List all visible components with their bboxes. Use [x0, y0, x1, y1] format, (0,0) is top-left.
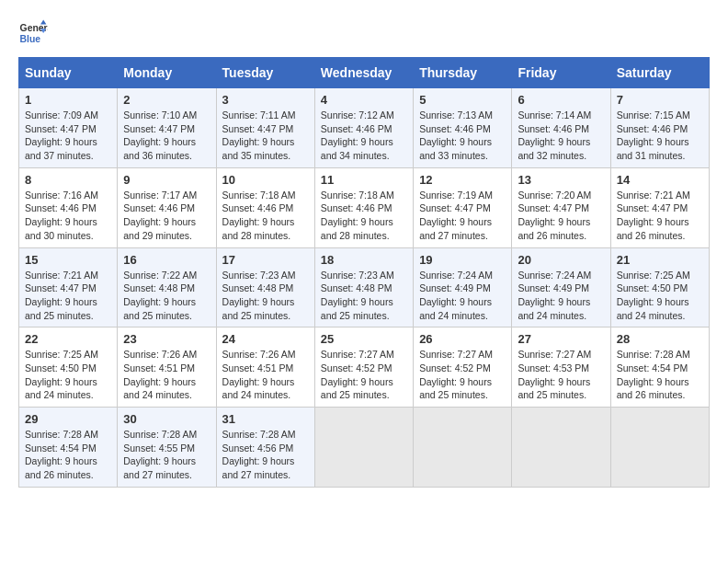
cell-content: Sunrise: 7:25 AM Sunset: 4:50 PM Dayligh… — [25, 348, 111, 402]
cell-content: Sunrise: 7:12 AM Sunset: 4:46 PM Dayligh… — [321, 109, 407, 163]
day-number: 2 — [123, 93, 210, 107]
calendar-cell: 29 Sunrise: 7:28 AM Sunset: 4:54 PM Dayl… — [19, 408, 118, 488]
calendar-cell: 12 Sunrise: 7:19 AM Sunset: 4:47 PM Dayl… — [414, 167, 512, 247]
day-number: 24 — [222, 332, 309, 346]
cell-content: Sunrise: 7:21 AM Sunset: 4:47 PM Dayligh… — [617, 189, 703, 243]
header-day-wednesday: Wednesday — [314, 58, 413, 88]
sunset-label: Sunset: 4:48 PM — [222, 282, 294, 293]
cell-content: Sunrise: 7:25 AM Sunset: 4:50 PM Dayligh… — [617, 269, 703, 323]
sunrise-label: Sunrise: 7:17 AM — [123, 190, 197, 201]
sunrise-label: Sunrise: 7:14 AM — [518, 109, 591, 121]
day-number: 27 — [518, 332, 604, 346]
header-day-sunday: Sunday — [19, 58, 118, 88]
day-number: 18 — [321, 253, 407, 267]
sunrise-label: Sunrise: 7:11 AM — [222, 109, 296, 121]
calendar-week-row: 29 Sunrise: 7:28 AM Sunset: 4:54 PM Dayl… — [19, 408, 710, 488]
sunrise-label: Sunrise: 7:26 AM — [222, 349, 296, 360]
day-number: 3 — [222, 93, 309, 107]
cell-content: Sunrise: 7:26 AM Sunset: 4:51 PM Dayligh… — [222, 348, 309, 402]
daylight-label: Daylight: 9 hours and 24 minutes. — [222, 376, 295, 401]
daylight-label: Daylight: 9 hours and 27 minutes. — [222, 455, 295, 480]
calendar-cell: 28 Sunrise: 7:28 AM Sunset: 4:54 PM Dayl… — [610, 327, 709, 408]
daylight-label: Daylight: 9 hours and 25 minutes. — [123, 296, 196, 321]
sunset-label: Sunset: 4:46 PM — [518, 123, 589, 134]
calendar-cell — [610, 408, 709, 488]
daylight-label: Daylight: 9 hours and 33 minutes. — [419, 136, 492, 161]
sunset-label: Sunset: 4:46 PM — [25, 202, 97, 213]
cell-content: Sunrise: 7:28 AM Sunset: 4:54 PM Dayligh… — [617, 348, 703, 402]
sunset-label: Sunset: 4:52 PM — [419, 362, 491, 373]
calendar-cell: 24 Sunrise: 7:26 AM Sunset: 4:51 PM Dayl… — [216, 327, 314, 408]
sunrise-label: Sunrise: 7:16 AM — [25, 190, 98, 201]
calendar-week-row: 8 Sunrise: 7:16 AM Sunset: 4:46 PM Dayli… — [19, 167, 710, 247]
day-number: 15 — [25, 253, 111, 267]
logo: General Blue — [18, 18, 51, 48]
day-number: 26 — [419, 332, 506, 346]
sunrise-label: Sunrise: 7:09 AM — [25, 109, 98, 121]
cell-content: Sunrise: 7:11 AM Sunset: 4:47 PM Dayligh… — [222, 109, 309, 163]
daylight-label: Daylight: 9 hours and 25 minutes. — [222, 296, 295, 321]
day-number: 19 — [419, 253, 506, 267]
calendar-cell — [512, 408, 610, 488]
logo-icon: General Blue — [18, 18, 48, 48]
day-number: 1 — [25, 93, 111, 107]
header-day-tuesday: Tuesday — [216, 58, 314, 88]
sunset-label: Sunset: 4:50 PM — [25, 362, 97, 373]
day-number: 20 — [518, 253, 604, 267]
sunrise-label: Sunrise: 7:13 AM — [419, 109, 493, 121]
sunrise-label: Sunrise: 7:23 AM — [321, 270, 394, 281]
calendar-cell: 30 Sunrise: 7:28 AM Sunset: 4:55 PM Dayl… — [118, 408, 216, 488]
sunset-label: Sunset: 4:51 PM — [222, 362, 294, 373]
calendar-cell: 14 Sunrise: 7:21 AM Sunset: 4:47 PM Dayl… — [610, 167, 709, 247]
daylight-label: Daylight: 9 hours and 25 minutes. — [25, 296, 97, 321]
daylight-label: Daylight: 9 hours and 34 minutes. — [321, 136, 393, 161]
day-number: 6 — [518, 93, 604, 107]
sunset-label: Sunset: 4:46 PM — [321, 202, 392, 213]
daylight-label: Daylight: 9 hours and 26 minutes. — [518, 216, 590, 241]
day-number: 14 — [617, 173, 703, 187]
calendar-header-row: SundayMondayTuesdayWednesdayThursdayFrid… — [19, 58, 710, 88]
day-number: 9 — [123, 173, 210, 187]
cell-content: Sunrise: 7:23 AM Sunset: 4:48 PM Dayligh… — [222, 269, 309, 323]
day-number: 10 — [222, 173, 309, 187]
sunrise-label: Sunrise: 7:18 AM — [222, 190, 296, 201]
cell-content: Sunrise: 7:19 AM Sunset: 4:47 PM Dayligh… — [419, 189, 506, 243]
cell-content: Sunrise: 7:28 AM Sunset: 4:55 PM Dayligh… — [123, 428, 210, 482]
cell-content: Sunrise: 7:26 AM Sunset: 4:51 PM Dayligh… — [123, 348, 210, 402]
daylight-label: Daylight: 9 hours and 24 minutes. — [123, 376, 196, 401]
daylight-label: Daylight: 9 hours and 27 minutes. — [419, 216, 492, 241]
cell-content: Sunrise: 7:27 AM Sunset: 4:52 PM Dayligh… — [321, 348, 407, 402]
daylight-label: Daylight: 9 hours and 24 minutes. — [419, 296, 492, 321]
daylight-label: Daylight: 9 hours and 24 minutes. — [25, 376, 97, 401]
daylight-label: Daylight: 9 hours and 27 minutes. — [123, 455, 196, 480]
header-day-saturday: Saturday — [610, 58, 709, 88]
cell-content: Sunrise: 7:15 AM Sunset: 4:46 PM Dayligh… — [617, 109, 703, 163]
daylight-label: Daylight: 9 hours and 36 minutes. — [123, 136, 196, 161]
cell-content: Sunrise: 7:14 AM Sunset: 4:46 PM Dayligh… — [518, 109, 604, 163]
daylight-label: Daylight: 9 hours and 32 minutes. — [518, 136, 590, 161]
sunset-label: Sunset: 4:51 PM — [123, 362, 195, 373]
sunrise-label: Sunrise: 7:25 AM — [617, 270, 690, 281]
header-day-thursday: Thursday — [414, 58, 512, 88]
cell-content: Sunrise: 7:22 AM Sunset: 4:48 PM Dayligh… — [123, 269, 210, 323]
sunrise-label: Sunrise: 7:12 AM — [321, 109, 394, 121]
cell-content: Sunrise: 7:18 AM Sunset: 4:46 PM Dayligh… — [321, 189, 407, 243]
daylight-label: Daylight: 9 hours and 26 minutes. — [617, 216, 689, 241]
svg-text:Blue: Blue — [20, 34, 41, 44]
sunset-label: Sunset: 4:46 PM — [419, 123, 491, 134]
calendar-cell: 7 Sunrise: 7:15 AM Sunset: 4:46 PM Dayli… — [610, 88, 709, 168]
day-number: 16 — [123, 253, 210, 267]
cell-content: Sunrise: 7:28 AM Sunset: 4:56 PM Dayligh… — [222, 428, 309, 482]
calendar-cell: 15 Sunrise: 7:21 AM Sunset: 4:47 PM Dayl… — [19, 247, 118, 327]
daylight-label: Daylight: 9 hours and 28 minutes. — [222, 216, 295, 241]
cell-content: Sunrise: 7:27 AM Sunset: 4:52 PM Dayligh… — [419, 348, 506, 402]
sunset-label: Sunset: 4:46 PM — [222, 202, 294, 213]
daylight-label: Daylight: 9 hours and 25 minutes. — [419, 376, 492, 401]
calendar-cell: 23 Sunrise: 7:26 AM Sunset: 4:51 PM Dayl… — [118, 327, 216, 408]
svg-marker-2 — [40, 20, 46, 25]
page-header: General Blue — [18, 18, 710, 48]
daylight-label: Daylight: 9 hours and 25 minutes. — [321, 296, 393, 321]
daylight-label: Daylight: 9 hours and 26 minutes. — [617, 376, 689, 401]
sunset-label: Sunset: 4:46 PM — [321, 123, 392, 134]
day-number: 8 — [25, 173, 111, 187]
